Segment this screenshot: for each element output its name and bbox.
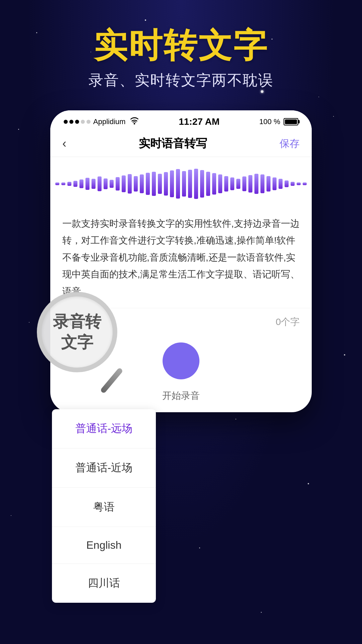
status-left: Applidium [64, 117, 139, 126]
hero-section: 实时转文字 录音、实时转文字两不耽误 [0, 0, 362, 90]
waveform-bar [146, 173, 150, 195]
waveform-bar [85, 178, 89, 190]
word-count: 0个字 [276, 316, 300, 328]
waveform-bar [79, 179, 83, 188]
waveform-bar [134, 176, 138, 192]
waveform-bar [110, 180, 114, 187]
waveform-bar [200, 170, 204, 197]
waveform-bar [248, 175, 252, 193]
magnifier-circle: 录音转文字 [37, 292, 117, 372]
battery-indicator [284, 118, 298, 125]
battery-percent: 100 % [259, 117, 280, 126]
waveform-bar [98, 176, 102, 191]
waveform-bar [230, 177, 234, 190]
transcribed-text: 一款支持实时录音转换文字的实用性软件,支持边录音一边转，对工作音文件进行文字转换… [62, 215, 300, 300]
back-button[interactable]: ‹ [62, 137, 66, 151]
waveform-bar [212, 173, 216, 195]
waveform-bar [303, 182, 307, 185]
waveform-bar [73, 181, 77, 186]
waveform-bar [279, 179, 283, 189]
lang-item-putonghua-far[interactable]: 普通话-远场 [52, 409, 156, 448]
waveform-bar [206, 172, 210, 196]
waveform-bar [266, 176, 270, 192]
waveform-bar [170, 170, 174, 197]
waveform-bar [218, 174, 222, 193]
battery-fill [285, 119, 297, 124]
waveform-bar [158, 174, 162, 194]
waveform-bar [297, 182, 301, 185]
waveform-container [50, 157, 312, 207]
waveform-bar [55, 182, 59, 185]
status-time: 11:27 AM [179, 116, 220, 127]
waveform-bar [176, 169, 180, 198]
hero-subtitle: 录音、实时转文字两不耽误 [0, 70, 362, 90]
waveform-bar [188, 170, 192, 198]
battery-icon [284, 118, 298, 125]
carrier-name: Applidium [93, 117, 126, 126]
wifi-icon [130, 117, 139, 126]
signal-dot-2 [69, 120, 73, 124]
waveform-bar [260, 174, 264, 193]
waveform-bar [61, 182, 65, 185]
lang-item-sichuan[interactable]: 四川话 [52, 564, 156, 603]
magnifier-overlay: 录音转文字 [37, 292, 134, 399]
save-button[interactable]: 保存 [280, 137, 300, 151]
waveform-bar [273, 177, 277, 190]
waveform-bar [104, 178, 108, 189]
nav-bar: ‹ 实时语音转写 保存 [50, 130, 312, 157]
magnifier-text: 录音转文字 [53, 311, 101, 353]
waveform-bar [224, 176, 228, 192]
waveform-bar [152, 172, 156, 196]
lang-item-english[interactable]: English [52, 527, 156, 564]
signal-dots [64, 120, 90, 124]
waveform-bar [116, 177, 120, 191]
waveform-bar [128, 174, 132, 194]
signal-dot-5 [86, 120, 90, 124]
waveform-bar [92, 179, 96, 189]
waveform-bar [182, 171, 186, 196]
waveform-bar [254, 174, 258, 194]
waveform-bar [122, 175, 126, 193]
waveform [60, 167, 302, 201]
status-right: 100 % [259, 117, 298, 126]
waveform-bar [236, 179, 240, 189]
waveform-bar [242, 176, 246, 191]
signal-dot-4 [81, 120, 85, 124]
signal-dot-1 [64, 120, 68, 124]
nav-title: 实时语音转写 [139, 136, 207, 151]
waveform-bar [285, 180, 289, 187]
waveform-bar [291, 182, 295, 186]
status-bar: Applidium 11:27 AM 100 % [50, 110, 312, 130]
waveform-bar [67, 182, 71, 186]
waveform-bar [194, 169, 198, 199]
lang-item-putonghua-near[interactable]: 普通话-近场 [52, 448, 156, 488]
waveform-bar [140, 174, 144, 193]
language-dropdown[interactable]: 普通话-远场 普通话-近场 粤语 English 四川话 [52, 409, 156, 603]
magnifier-handle [100, 367, 123, 394]
hero-title: 实时转文字 [0, 27, 362, 64]
waveform-bar [164, 172, 168, 196]
signal-dot-3 [75, 120, 79, 124]
record-button[interactable] [163, 342, 199, 379]
lang-item-cantonese[interactable]: 粤语 [52, 488, 156, 527]
